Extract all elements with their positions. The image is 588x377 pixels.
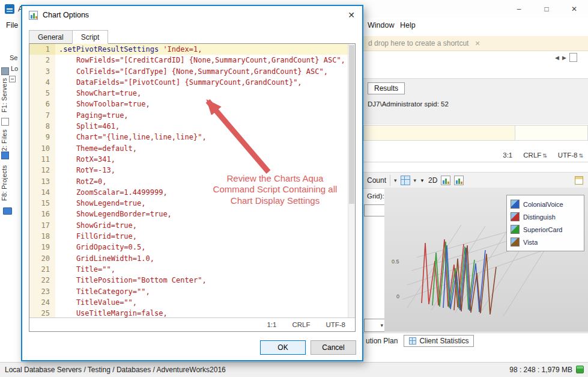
tree-expander-icon[interactable] — [9, 76, 16, 82]
code-line[interactable]: 19 GridOpacity=0.5, — [29, 242, 355, 253]
code-line[interactable]: 6 ShowToolbar=true, — [29, 99, 355, 109]
pivot-3d-chart[interactable]: 0.5 0 ColonialVoice Distinguish Superior… — [384, 188, 588, 332]
series-swatch-icon — [511, 238, 520, 247]
code-line[interactable]: 1.setPivotResultSettings 'Index=1, — [29, 44, 355, 55]
legend-item[interactable]: Distinguish — [511, 210, 580, 223]
code-line[interactable]: 13 RotZ=0, — [29, 176, 355, 187]
code-line[interactable]: 23 TitleCategory="", — [29, 286, 355, 297]
result-grid-cell[interactable] — [515, 126, 587, 140]
cancel-button[interactable]: Cancel — [311, 340, 356, 355]
code-text: DataFields="[PivotCount] {SummaryCount,G… — [59, 77, 302, 88]
code-line[interactable]: 4 DataFields="[PivotCount] {SummaryCount… — [29, 77, 355, 88]
export-sheet-icon[interactable] — [575, 176, 583, 185]
dialog-close-icon[interactable]: ✕ — [348, 10, 355, 20]
add-chart-icon[interactable] — [441, 176, 450, 185]
chevron-down-icon: ▾ — [380, 322, 383, 328]
tab-script[interactable]: Script — [72, 30, 109, 44]
code-line[interactable]: 10 Theme=default, — [29, 143, 355, 154]
result-grid-cell[interactable] — [364, 126, 515, 140]
result-bottom-tabs: ution Plan Client Statistics — [363, 333, 588, 349]
code-line[interactable]: 21 Title="", — [29, 264, 355, 275]
cursor-position: 3:1 — [503, 152, 512, 159]
code-line[interactable]: 18 FillGrid=true, — [29, 231, 355, 242]
minimize-button[interactable]: – — [505, 0, 533, 18]
scrollbar-thumb[interactable] — [349, 45, 354, 204]
encoding-indicator[interactable]: UTF-8⇅ — [558, 152, 583, 159]
code-line[interactable]: 16 ShowLegendBorder=true, — [29, 209, 355, 219]
code-line[interactable]: 11 RotX=341, — [29, 154, 355, 165]
count-field-label[interactable]: Count — [367, 176, 386, 185]
legend-item[interactable]: SuperiorCard — [511, 223, 580, 236]
series-swatch-icon — [511, 225, 520, 234]
chevron-down-icon[interactable]: ▾ — [394, 177, 397, 183]
back-arrow-icon[interactable]: ◀ — [555, 55, 559, 61]
code-text: UseTitleMargin=false, — [59, 308, 168, 317]
code-text: ZoomScalar=1.4499999, — [59, 187, 168, 198]
code-line[interactable]: 2 RowFields="[CreditCardID] {None,Summar… — [29, 55, 355, 66]
code-line[interactable]: 22 TitlePosition="Bottom Center", — [29, 275, 355, 286]
dropdown-arrow-icon[interactable]: ▼ — [420, 178, 425, 183]
menu-window[interactable]: Window — [368, 21, 394, 29]
legend-item[interactable]: ColonialVoice — [511, 198, 580, 210]
window-controls: – □ ✕ — [505, 0, 588, 18]
code-line[interactable]: 24 TitleValue="", — [29, 297, 355, 308]
sidebar-tab-files[interactable]: F2: Files — [1, 126, 9, 155]
pivot-grid-icon[interactable] — [401, 176, 410, 185]
chevron-down-icon[interactable]: ▾ — [414, 177, 417, 183]
tree-node-fragment: Lo — [11, 65, 18, 72]
editor-status-bar: 3:1 CRLF⇅ UTF-8⇅ — [363, 148, 588, 162]
result-nav: ◀ ▶ — [555, 53, 577, 62]
line-number: 24 — [29, 297, 55, 308]
code-text: RotZ=0, — [59, 176, 106, 187]
sidebar-tab-servers[interactable]: F1: Servers — [1, 76, 9, 112]
code-line[interactable]: 8 Split=461, — [29, 121, 355, 132]
results-tab[interactable]: Results — [368, 82, 405, 94]
code-line[interactable]: 14 ZoomScalar=1.4499999, — [29, 187, 355, 198]
vertical-scrollbar[interactable] — [348, 44, 355, 317]
code-editor[interactable]: 1.setPivotResultSettings 'Index=1,2 RowF… — [29, 44, 355, 317]
code-text: ShowLegendBorder=true, — [59, 209, 172, 219]
ok-button[interactable]: OK — [260, 340, 306, 355]
code-text: Title="", — [59, 264, 115, 275]
hint-close-icon[interactable]: ✕ — [474, 40, 480, 48]
code-line[interactable]: 17 ShowGrid=true, — [29, 220, 355, 231]
menu-help[interactable]: Help — [400, 21, 416, 29]
result-grid-row[interactable] — [363, 125, 588, 141]
code-line[interactable]: 3 ColFields="[CardType] {None,SummaryCou… — [29, 66, 355, 77]
legend-item[interactable]: Vista — [511, 236, 580, 248]
code-keyword: .setPivotResultSettings — [55, 44, 159, 55]
code-line[interactable]: 5 ShowChart=true, — [29, 88, 355, 99]
forward-arrow-icon[interactable]: ▶ — [562, 55, 566, 61]
code-text: GridLineWidth=1.0, — [59, 253, 154, 264]
line-number: 12 — [29, 165, 55, 176]
line-number: 11 — [29, 154, 55, 165]
tab-general[interactable]: General — [29, 30, 73, 44]
tab-client-statistics[interactable]: Client Statistics — [404, 335, 474, 347]
line-ending-indicator[interactable]: CRLF⇅ — [523, 152, 547, 159]
menu-file[interactable]: File — [6, 21, 18, 29]
code-line[interactable]: 7 Paging=true, — [29, 110, 355, 121]
line-number: 13 — [29, 176, 55, 187]
tab-execution-plan[interactable]: ution Plan — [366, 337, 398, 345]
maximize-button[interactable]: □ — [533, 0, 560, 18]
line-number: 7 — [29, 110, 55, 121]
row-selector-combo[interactable]: ▾ — [364, 319, 386, 332]
code-text: RotX=341, — [59, 154, 115, 165]
code-line[interactable]: 12 RotY=-13, — [29, 165, 355, 176]
code-line[interactable]: 25 UseTitleMargin=false, — [29, 308, 355, 317]
code-text: 'Index=1, — [159, 44, 202, 55]
chart-type-icon[interactable] — [454, 176, 464, 185]
line-number: 8 — [29, 121, 55, 132]
statusbar: Local Database Servers / Testing / Datab… — [0, 362, 588, 377]
toolbar-separator — [390, 175, 390, 186]
mode-2d-button[interactable]: 2D — [428, 176, 437, 185]
dialog-titlebar[interactable]: Chart Options ✕ — [22, 6, 362, 24]
document-icon[interactable] — [569, 53, 577, 62]
servers-panel-title-fragment: Se — [10, 54, 17, 61]
code-line[interactable]: 9 Chart="{line,line,line,line}", — [29, 132, 355, 143]
line-number: 2 — [29, 55, 55, 66]
sidebar-tab-projects[interactable]: F8: Projects — [1, 160, 9, 201]
close-button[interactable]: ✕ — [560, 0, 588, 18]
code-line[interactable]: 15 ShowLegend=true, — [29, 198, 355, 209]
code-line[interactable]: 20 GridLineWidth=1.0, — [29, 253, 355, 264]
